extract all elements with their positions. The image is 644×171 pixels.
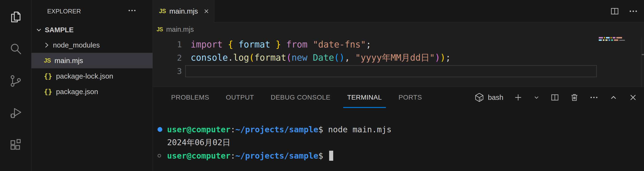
panel-tab-label: PROBLEMS — [171, 94, 209, 101]
terminal-content[interactable]: user@computer:~/projects/sample$ node ma… — [153, 108, 644, 171]
breadcrumb-item: main.mjs — [166, 26, 194, 34]
tab-close-icon[interactable] — [203, 8, 210, 15]
more-actions-icon[interactable] — [628, 6, 638, 16]
chevron-right-icon — [42, 41, 50, 49]
terminal-line-output[interactable]: 2024年06月02日 — [158, 136, 644, 149]
split-editor-icon[interactable] — [610, 6, 620, 16]
search-icon — [9, 42, 23, 57]
terminal-cursor — [329, 151, 333, 161]
source-control-icon — [9, 74, 23, 89]
minimap-line-1 — [599, 37, 625, 39]
vscode-window: EXPLORER SAMPLE node_modules JS main.mjs — [0, 0, 644, 171]
panel-tab-label: OUTPUT — [226, 94, 254, 101]
activity-bar — [0, 0, 32, 171]
terminal-text: 2024年06月02日 — [167, 137, 230, 148]
sidebar-item-main-mjs[interactable]: JS main.mjs — [32, 53, 152, 68]
overview-ruler[interactable] — [642, 38, 642, 87]
bash-icon: $ — [474, 92, 484, 103]
js-file-icon: JS — [159, 8, 166, 15]
panel-tab-label: PORTS — [398, 94, 422, 101]
maximize-panel-chevron-up-icon[interactable] — [609, 93, 618, 102]
js-file-icon: JS — [156, 26, 163, 33]
tab-problems[interactable]: PROBLEMS — [167, 87, 213, 108]
json-file-icon: {} — [44, 72, 52, 80]
explorer-more-actions-icon[interactable] — [127, 6, 137, 17]
run-and-debug-icon — [9, 106, 23, 121]
extensions-icon — [9, 138, 23, 153]
activity-source-control[interactable] — [0, 65, 31, 97]
file-label: main.mjs — [54, 57, 83, 65]
section-label: SAMPLE — [45, 26, 74, 34]
line-number: 2 — [153, 53, 182, 63]
overview-ruler-cursor-marker — [642, 54, 644, 55]
sidebar-title: EXPLORER — [47, 8, 81, 15]
line-number: 3 — [153, 66, 182, 76]
sidebar-header: EXPLORER — [32, 0, 152, 23]
code-area[interactable]: 1 import { format } from "date-fns"; 2 c… — [153, 36, 644, 78]
tab-output[interactable]: OUTPUT — [222, 87, 258, 108]
sidebar-item-package-lock-json[interactable]: {} package-lock.json — [32, 68, 152, 84]
minimap[interactable] — [599, 37, 625, 42]
panel-header: PROBLEMS OUTPUT DEBUG CONSOLE TERMINAL P… — [153, 87, 644, 108]
tab-debug-console[interactable]: DEBUG CONSOLE — [267, 87, 335, 108]
panel-tab-label: TERMINAL — [347, 94, 382, 101]
command-decoration-default-icon[interactable] — [158, 154, 161, 157]
close-panel-icon[interactable] — [628, 93, 638, 102]
shell-label: bash — [488, 93, 504, 101]
kill-terminal-trash-icon[interactable] — [570, 93, 579, 102]
line-number: 1 — [153, 40, 182, 49]
launch-profile-chevron-down-icon[interactable] — [533, 93, 540, 102]
tab-bar: JS main.mjs — [153, 0, 644, 23]
tab-terminal[interactable]: TERMINAL — [343, 87, 386, 108]
main-area: JS main.mjs — [152, 0, 644, 171]
chevron-down-icon — [35, 26, 43, 34]
json-file-icon: {} — [44, 88, 52, 96]
sidebar-item-node-modules[interactable]: node_modules — [32, 37, 152, 53]
code-line-1[interactable]: 1 import { format } from "date-fns"; — [153, 38, 644, 51]
file-label: package.json — [56, 88, 98, 96]
editor-actions — [610, 0, 644, 22]
activity-search[interactable] — [0, 34, 31, 65]
js-file-icon: JS — [44, 57, 51, 64]
tab-ports[interactable]: PORTS — [394, 87, 426, 108]
code-text[interactable]: console.log(format(new Date(), "yyyy年MM月… — [191, 52, 451, 64]
files-icon — [9, 10, 23, 25]
explorer-sidebar: EXPLORER SAMPLE node_modules JS main.mjs — [32, 0, 152, 171]
tab-label: main.mjs — [170, 7, 198, 15]
tab-main-mjs[interactable]: JS main.mjs — [153, 0, 214, 22]
activity-explorer[interactable] — [0, 2, 31, 34]
editor-group: JS main.mjs — [153, 0, 644, 87]
current-line-highlight — [185, 65, 597, 77]
code-text[interactable]: import { format } from "date-fns"; — [191, 39, 371, 50]
terminal-text: user@computer:~/projects/sample$ — [167, 151, 328, 160]
terminal-line-command[interactable]: user@computer:~/projects/sample$ node ma… — [158, 123, 644, 136]
activity-run-debug[interactable] — [0, 97, 31, 129]
activity-extensions[interactable] — [0, 129, 31, 161]
panel-more-actions-icon[interactable] — [589, 93, 599, 102]
terminal-text: user@computer:~/projects/sample$ node ma… — [167, 125, 392, 134]
sidebar-item-package-json[interactable]: {} package.json — [32, 84, 152, 99]
terminal-line-prompt[interactable]: user@computer:~/projects/sample$ — [158, 149, 644, 162]
sidebar-section-sample[interactable]: SAMPLE — [32, 23, 152, 37]
new-terminal-icon[interactable] — [514, 93, 523, 102]
terminal-toolbar: $ bash — [474, 87, 644, 108]
bottom-panel: PROBLEMS OUTPUT DEBUG CONSOLE TERMINAL P… — [153, 87, 644, 171]
code-line-3-current[interactable]: 3 — [153, 65, 644, 78]
minimap-line-2 — [599, 39, 625, 41]
file-label: package-lock.json — [56, 72, 113, 80]
panel-tab-label: DEBUG CONSOLE — [271, 94, 330, 101]
folder-label: node_modules — [53, 41, 100, 49]
command-decoration-success-icon[interactable] — [158, 127, 162, 132]
split-terminal-icon[interactable] — [550, 93, 560, 102]
svg-text:$: $ — [480, 98, 482, 101]
terminal-profile[interactable]: $ bash — [474, 92, 504, 103]
code-line-2[interactable]: 2 console.log(format(new Date(), "yyyy年M… — [153, 51, 644, 65]
breadcrumb[interactable]: JS main.mjs — [153, 23, 644, 36]
